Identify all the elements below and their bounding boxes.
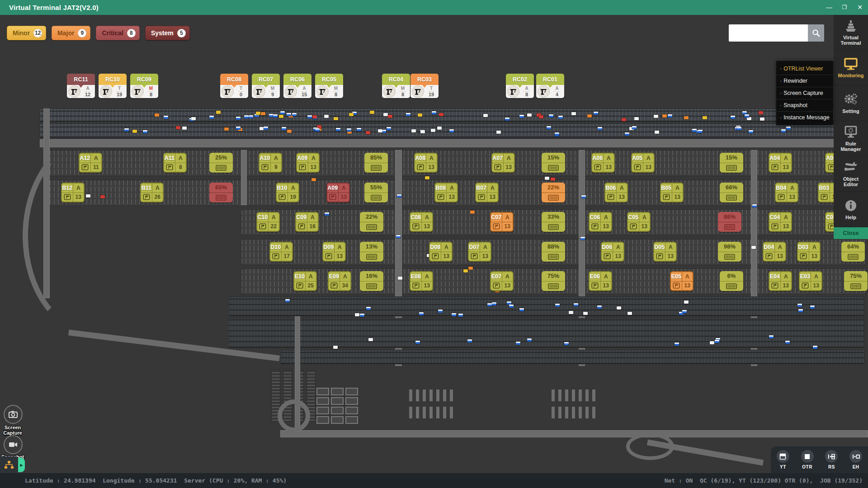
crane-card-RC02[interactable]: RC02A8 [506,74,534,98]
maximize-window-button[interactable]: ❐ [840,0,849,15]
alarm-badge-minor[interactable]: Minor12 [7,26,46,40]
yard-block-D09[interactable]: D09A13 [322,242,346,262]
search-input[interactable] [729,24,808,42]
yard-block-C05[interactable]: C05A13 [627,212,651,232]
yard-block-E04[interactable]: E04A13 [769,271,792,291]
sidebar-item-help[interactable]: Help [834,192,868,227]
yard-block-A08[interactable]: A08A13 [414,153,438,173]
occupancy-tile-15[interactable]: 15% [542,153,565,173]
fleet-button-eh[interactable]: EH [849,450,862,469]
occupancy-tile-66[interactable]: 66% [720,183,743,202]
crane-card-RC08[interactable]: RC08T0 [220,74,248,98]
crane-card-RC05[interactable]: RC05M8 [315,74,343,98]
yard-block-B12[interactable]: B12A13 [61,183,85,202]
yard-block-E07[interactable]: E07A13 [490,271,514,291]
expand-panel-handle[interactable]: ▶ [18,458,25,472]
yard-block-B05[interactable]: B05A13 [660,183,684,202]
yard-block-D08[interactable]: D08A13 [429,242,453,262]
occupancy-tile-55[interactable]: 55% [364,183,388,202]
crane-card-RC09[interactable]: RC09M8 [130,74,158,98]
occupancy-tile-88[interactable]: 88% [542,242,565,262]
fleet-button-yt[interactable]: YT [777,450,789,469]
occupancy-tile-16[interactable]: 16% [360,271,383,291]
yard-block-B04[interactable]: B04A13 [775,183,798,202]
crane-card-RC03[interactable]: RC03T19 [410,74,439,98]
sidebar-item-rule-manager[interactable]: Rule Manager [834,121,868,156]
alarm-badge-critical[interactable]: Critical8 [96,26,139,40]
yard-block-C09[interactable]: C09A16 [295,212,319,232]
close-window-button[interactable]: ✕ [855,0,864,15]
occupancy-tile-25[interactable]: 25% [209,153,233,173]
occupancy-tile-22[interactable]: 22% [542,183,565,202]
alarm-label: Minor [13,29,30,37]
occupancy-tile-86[interactable]: 86% [718,212,741,232]
occupancy-tile-64[interactable]: 64% [841,242,865,262]
yard-block-D05[interactable]: D05A13 [653,242,677,262]
yard-block-E06[interactable]: E06A13 [589,271,612,291]
occupancy-tile-13[interactable]: 13% [360,242,383,262]
menu-item-rewinder[interactable]: ·Rewinder [776,75,833,87]
crane-card-RC01[interactable]: RC01A4 [536,74,564,98]
yard-block-B07[interactable]: B07A13 [475,183,499,202]
occupancy-tile-65[interactable]: 65% [209,183,233,202]
sidebar-item-monitoring[interactable]: Monitoring [834,50,868,85]
screen-capture-button[interactable] [4,405,23,424]
occupancy-tile-75[interactable]: 75% [844,271,868,291]
yard-block-E09[interactable]: E09A34 [328,271,351,291]
yard-block-A07[interactable]: A07A13 [491,153,515,173]
crane-card-RC11[interactable]: RC11A12 [67,74,95,98]
sidebar-item-virtual-terminal[interactable]: Virtual Terminal [834,15,868,50]
yard-block-D04[interactable]: D04A13 [763,242,786,262]
yard-block-A09[interactable]: A09A13 [296,153,320,173]
yard-block-B06[interactable]: B06A13 [604,183,628,202]
minimize-window-button[interactable]: — [825,0,834,15]
alarm-badge-major[interactable]: Major9 [52,26,90,40]
menu-item-snapshot[interactable]: ·Snapshot [776,99,833,112]
menu-item-screen-capture[interactable]: ·Screen Capture [776,87,833,99]
yard-block-D06[interactable]: D06A13 [601,242,624,262]
yard-block-A06[interactable]: A06A13 [591,153,615,173]
occupancy-tile-85[interactable]: 85% [364,153,388,173]
crane-card-RC04[interactable]: RC04M8 [382,74,410,98]
fleet-button-otr[interactable]: OTR [801,450,814,469]
alarm-badge-system[interactable]: System5 [145,26,190,40]
yard-block-C10[interactable]: C10A22 [256,212,280,232]
occupancy-tile-6[interactable]: 6% [720,271,743,291]
yard-block-B11[interactable]: B11A26 [140,183,164,202]
yard-block-E08[interactable]: E08A13 [410,271,433,291]
sidebar-close-button[interactable]: Close [834,227,868,239]
sidebar-item-object-editor[interactable]: Object Editor [834,156,868,192]
menu-item-instance-message[interactable]: ·Instance Message [776,112,833,123]
yard-block-E10[interactable]: E10A25 [293,271,317,291]
yard-block-E05[interactable]: E05A13 [670,271,693,291]
crane-card-RC10[interactable]: RC10T19 [99,74,127,98]
yard-block-C04[interactable]: C04A13 [769,212,792,232]
menu-item-otrlist-viewer[interactable]: ·OTRList Viewer [776,63,833,75]
crane-card-RC06[interactable]: RC06A15 [283,74,311,98]
yard-block-A11[interactable]: A11A8 [163,153,187,173]
yard-block-A09[interactable]: A09A13 [326,183,350,202]
sidebar-item-setting[interactable]: Setting [834,86,868,121]
yard-block-D07[interactable]: D07A13 [468,242,491,262]
yard-block-D03[interactable]: D03A13 [797,242,821,262]
yard-block-A10[interactable]: A10A9 [259,153,282,173]
occupancy-tile-33[interactable]: 33% [542,212,565,232]
occupancy-tile-15[interactable]: 15% [720,153,743,173]
snapshot-button[interactable] [4,435,23,454]
yard-block-A04[interactable]: A04A13 [769,153,792,173]
search-button[interactable] [808,24,824,42]
yard-block-A05[interactable]: A05A13 [631,153,655,173]
occupancy-tile-22[interactable]: 22% [360,212,383,232]
crane-card-RC07[interactable]: RC07M9 [252,74,280,98]
yard-block-B08[interactable]: B08A13 [434,183,458,202]
yard-block-B10[interactable]: B10A19 [276,183,299,202]
occupancy-tile-75[interactable]: 75% [542,271,565,291]
yard-block-C06[interactable]: C06A13 [589,212,612,232]
yard-block-E03[interactable]: E03A13 [799,271,822,291]
yard-block-A12[interactable]: A12A11 [79,153,102,173]
yard-block-C08[interactable]: C08A13 [410,212,433,232]
yard-block-C07[interactable]: C07A13 [490,212,514,232]
yard-block-D10[interactable]: D10A17 [269,242,293,262]
fleet-button-rs[interactable]: RS [825,450,838,469]
occupancy-tile-98[interactable]: 98% [718,242,741,262]
